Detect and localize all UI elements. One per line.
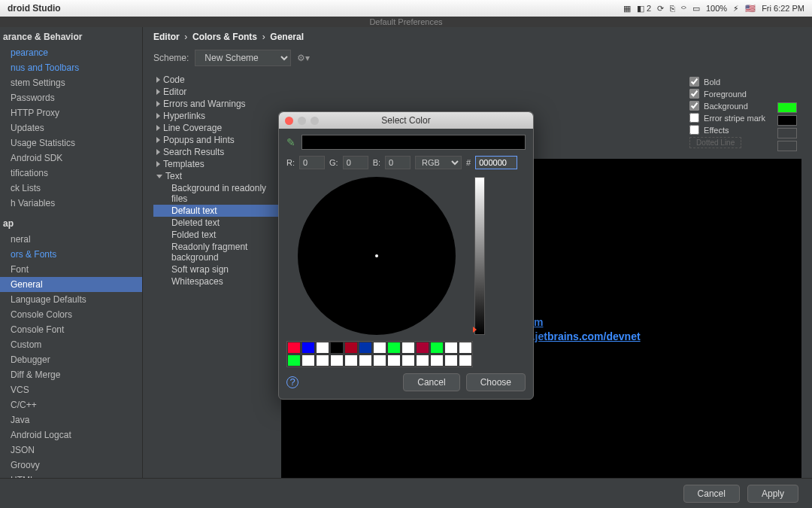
swatch[interactable] [330, 354, 344, 367]
swatch[interactable] [359, 342, 372, 354]
effects-checkbox[interactable] [689, 125, 699, 135]
sidebar-item[interactable]: h Variables [0, 196, 142, 211]
tree-node[interactable]: Errors and Warnings [153, 98, 281, 110]
sidebar-item[interactable]: ors & Fonts [0, 247, 142, 262]
sidebar-item[interactable]: Debugger [0, 352, 142, 367]
category-tree[interactable]: CodeEditorErrors and WarningsHyperlinksL… [153, 74, 281, 508]
sidebar-item[interactable]: Font [0, 262, 142, 277]
sidebar-item[interactable]: nus and Toolbars [0, 60, 142, 75]
scheme-label: Scheme: [153, 53, 189, 63]
swatch[interactable] [459, 354, 472, 367]
sidebar-item[interactable]: Groovy [0, 458, 142, 473]
swatch[interactable] [287, 354, 301, 367]
sidebar-item[interactable]: Diff & Merge [0, 367, 142, 382]
swatch[interactable] [444, 342, 458, 354]
close-icon[interactable] [285, 117, 293, 125]
dialog-titlebar[interactable]: Select Color [279, 112, 533, 129]
stripe-swatch[interactable] [777, 128, 797, 138]
tree-sub-node[interactable]: Readonly fragment background [153, 241, 281, 263]
help-icon[interactable]: ? [286, 376, 298, 388]
effects-style[interactable]: Dotted Line [689, 137, 741, 148]
bold-checkbox[interactable] [689, 77, 699, 87]
swatch[interactable] [301, 354, 315, 367]
swatch[interactable] [373, 342, 386, 354]
swatch[interactable] [373, 354, 386, 367]
swatch[interactable] [330, 342, 344, 354]
fg-checkbox[interactable] [689, 89, 699, 99]
sidebar-item[interactable]: C/C++ [0, 397, 142, 412]
tree-node[interactable]: Hyperlinks [153, 110, 281, 122]
recent-swatches[interactable] [286, 341, 473, 367]
swatch[interactable] [301, 342, 315, 354]
sidebar-item[interactable]: VCS [0, 382, 142, 397]
fg-swatch[interactable] [777, 102, 797, 113]
sidebar-item[interactable]: Console Font [0, 322, 142, 337]
tree-sub-node[interactable]: Default text [153, 205, 281, 217]
sidebar-item[interactable]: Android SDK [0, 151, 142, 166]
swatch[interactable] [444, 354, 458, 367]
swatch[interactable] [459, 342, 472, 354]
tree-node[interactable]: Search Results [153, 146, 281, 158]
sidebar-item[interactable]: ck Lists [0, 181, 142, 196]
gear-icon[interactable]: ⚙︎▾ [297, 53, 310, 63]
sidebar-item[interactable]: JSON [0, 443, 142, 458]
sidebar-item[interactable]: Passwords [0, 90, 142, 105]
g-input[interactable] [343, 156, 368, 169]
eyedropper-icon[interactable]: ✎ [286, 136, 295, 148]
swatch[interactable] [401, 354, 415, 367]
sidebar-item[interactable]: General [0, 277, 142, 292]
sidebar-item[interactable]: Language Defaults [0, 292, 142, 307]
dialog-choose-button[interactable]: Choose [466, 373, 526, 391]
cancel-button[interactable]: Cancel [683, 485, 740, 503]
apply-button[interactable]: Apply [747, 485, 798, 503]
sidebar-item[interactable]: Usage Statistics [0, 135, 142, 151]
tree-sub-node[interactable]: Whitespaces [153, 275, 281, 287]
sidebar-item[interactable]: Android Logcat [0, 427, 142, 443]
sidebar-item[interactable]: neral [0, 232, 142, 247]
sidebar-item[interactable]: Updates [0, 120, 142, 135]
bg-checkbox[interactable] [689, 101, 699, 111]
tree-node[interactable]: Code [153, 74, 281, 86]
tree-node[interactable]: Line Coverage [153, 122, 281, 134]
tree-sub-node[interactable]: Deleted text [153, 217, 281, 229]
tree-node[interactable]: Templates [153, 158, 281, 170]
dialog-cancel-button[interactable]: Cancel [403, 373, 459, 391]
sidebar-item[interactable]: Console Colors [0, 307, 142, 322]
brightness-slider[interactable] [474, 177, 485, 335]
tree-sub-node[interactable]: Folded text [153, 229, 281, 241]
swatch[interactable] [387, 342, 401, 354]
swatch[interactable] [430, 354, 444, 367]
sidebar-item[interactable]: stem Settings [0, 75, 142, 90]
swatch[interactable] [430, 342, 444, 354]
hex-input[interactable] [475, 156, 517, 169]
color-wheel[interactable] [286, 177, 467, 335]
sidebar-item[interactable]: pearance [0, 45, 142, 60]
swatch[interactable] [359, 354, 372, 367]
swatch[interactable] [416, 354, 429, 367]
scheme-select[interactable]: New Scheme [195, 50, 291, 66]
sidebar-item[interactable]: tifications [0, 166, 142, 181]
eff-swatch[interactable] [777, 141, 797, 151]
swatch[interactable] [287, 342, 301, 354]
tree-node[interactable]: Popups and Hints [153, 134, 281, 146]
bg-swatch[interactable] [777, 115, 797, 126]
tree-sub-node[interactable]: Background in readonly files [153, 182, 281, 205]
tree-node[interactable]: Editor [153, 86, 281, 98]
tree-node-text[interactable]: Text [153, 170, 281, 182]
tree-sub-node[interactable]: Soft wrap sign [153, 263, 281, 275]
sidebar-item[interactable]: HTTP Proxy [0, 105, 142, 120]
app-menu-name[interactable]: droid Studio [8, 3, 61, 14]
color-mode-select[interactable]: RGB [415, 156, 462, 169]
b-input[interactable] [385, 156, 411, 169]
swatch[interactable] [316, 342, 329, 354]
sidebar-item[interactable]: Custom [0, 337, 142, 352]
swatch[interactable] [344, 354, 358, 367]
swatch[interactable] [316, 354, 329, 367]
r-input[interactable] [299, 156, 325, 169]
swatch[interactable] [387, 354, 401, 367]
swatch[interactable] [416, 342, 429, 354]
swatch[interactable] [344, 342, 358, 354]
stripe-checkbox[interactable] [689, 113, 699, 123]
sidebar-item[interactable]: Java [0, 412, 142, 427]
swatch[interactable] [401, 342, 415, 354]
